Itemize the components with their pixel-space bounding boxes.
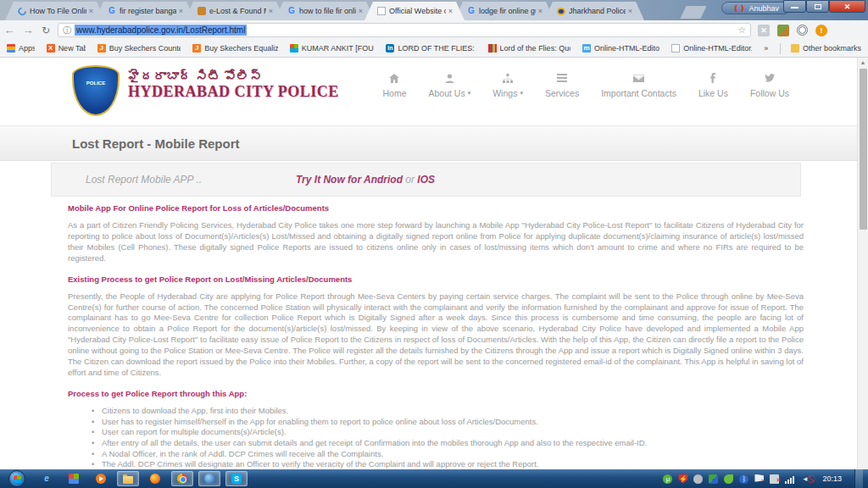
- taskbar-explorer-button[interactable]: [117, 471, 139, 486]
- bluetooth-icon[interactable]: ᛒ: [739, 474, 748, 484]
- facebook-icon: [709, 73, 716, 83]
- list-item: User can report for multiple documents(s…: [92, 427, 804, 438]
- extension-area: ✕ !: [758, 25, 836, 36]
- volume-muted-icon[interactable]: ◄: [800, 474, 810, 484]
- taskbar-chrome-button[interactable]: [171, 471, 193, 486]
- extension-x-icon[interactable]: ✕: [758, 25, 770, 36]
- forward-icon[interactable]: →: [19, 24, 37, 36]
- bookmark-kumar-ankit[interactable]: KUMAR ANKIT [FOUN: [290, 44, 375, 53]
- internet-explorer-icon: e: [42, 474, 52, 484]
- nav-home[interactable]: Home: [382, 73, 406, 98]
- tab-lodge-fir[interactable]: G lodge fir online gu ×: [454, 2, 554, 20]
- leaf-tray-icon[interactable]: [724, 474, 733, 484]
- taskbar-ie-button[interactable]: e: [36, 471, 58, 486]
- tab-close-icon[interactable]: ×: [86, 7, 93, 15]
- x-favicon-icon: X: [47, 44, 55, 53]
- address-bar[interactable]: ⓘ www.hyderabadpolice.gov.in/LostReport.…: [58, 23, 751, 37]
- back-icon[interactable]: ←: [0, 24, 19, 36]
- google-favicon-icon: G: [287, 7, 296, 15]
- telugu-site-title: హైదరాబాద్ సిటీ పోలీస్: [128, 69, 339, 83]
- tab-how-to-file[interactable]: How To File Onlin ×: [5, 2, 105, 20]
- tab-official-website-active[interactable]: Official Website of ×: [364, 2, 465, 20]
- bookmark-lord-flies-1[interactable]: inLORD OF THE FLIES: A: [386, 44, 476, 53]
- bookmarks-overflow-chevron[interactable]: »: [764, 44, 768, 53]
- nav-services[interactable]: Services: [545, 73, 579, 98]
- nav-follow-us[interactable]: Follow Us: [750, 73, 789, 98]
- blue-app-icon: [204, 474, 214, 484]
- tab-close-icon[interactable]: ×: [356, 7, 363, 15]
- police-favicon-icon: [557, 8, 565, 15]
- section-heading-existing-process: Existing Process to get Police Report on…: [68, 274, 804, 284]
- tab-close-icon[interactable]: ×: [626, 7, 632, 15]
- nav-like-us[interactable]: Like Us: [698, 73, 728, 98]
- taskbar-clock[interactable]: 20:13: [815, 474, 849, 483]
- page-favicon-icon: [377, 7, 386, 15]
- url-text-selected[interactable]: www.hyderabadpolice.gov.in/LostReport.ht…: [75, 25, 247, 36]
- taskbar-media-button[interactable]: [90, 471, 112, 486]
- utorrent-tray-icon[interactable]: µ: [663, 474, 672, 484]
- google-favicon-icon: G: [467, 7, 476, 15]
- taskbar-firefox-button[interactable]: [144, 471, 166, 486]
- tab-fir-register[interactable]: G fir register bangal ×: [95, 2, 195, 20]
- extension-swirl-icon[interactable]: [797, 25, 808, 36]
- new-tab-button[interactable]: [681, 6, 707, 19]
- bookmark-star-icon[interactable]: ☆: [737, 25, 746, 36]
- scrollbar-thumb[interactable]: [860, 69, 867, 230]
- scroll-up-icon[interactable]: ▲: [858, 58, 868, 68]
- page-content: Mobile App For Online Police Report for …: [68, 203, 804, 469]
- site-logo[interactable]: POLICE హైదరాబాద్ సిటీ పోలీస్ HYDERABAD C…: [72, 65, 339, 116]
- tab-title: e-Lost & Found R: [209, 7, 266, 15]
- reload-icon[interactable]: ↻: [37, 25, 54, 36]
- extension-color-icon[interactable]: [777, 25, 789, 36]
- tab-close-icon[interactable]: ×: [536, 7, 542, 15]
- j-favicon-icon: J: [192, 44, 201, 53]
- site-name: HYDERABAD CITY POLICE: [128, 83, 339, 101]
- page-scrollbar[interactable]: ▲: [857, 58, 868, 469]
- nav-about-us[interactable]: About Us▾: [428, 73, 470, 98]
- bookmark-html-editor-1[interactable]: mOnline-HTML-Editor:: [582, 44, 659, 53]
- menu-update-alert-icon[interactable]: !: [815, 25, 827, 36]
- antivirus-shield-icon[interactable]: ⚡: [678, 474, 687, 484]
- tab-jharkhand-police[interactable]: Jharkhand Police ×: [544, 2, 644, 20]
- tab-close-icon[interactable]: ×: [176, 7, 183, 15]
- minimize-button[interactable]: [783, 0, 806, 13]
- taskbar-app-grid-button[interactable]: [63, 471, 85, 486]
- action-center-flag-icon[interactable]: [754, 474, 764, 484]
- taskbar-skype-button[interactable]: S: [225, 471, 248, 486]
- bookmark-lord-flies-2[interactable]: Lord of the Flies: Quot: [488, 44, 570, 53]
- show-desktop-button[interactable]: [854, 469, 863, 488]
- try-android-link[interactable]: Try It Now for Andriod: [296, 174, 403, 186]
- nav-important-contacts[interactable]: Important Contacts: [601, 73, 676, 98]
- profile-button[interactable]: ❪❫ Anubhav: [721, 2, 790, 14]
- tab-close-icon[interactable]: ×: [266, 7, 273, 15]
- tab-close-icon[interactable]: ×: [446, 7, 453, 15]
- bookmark-skechers-equalize[interactable]: JBuy Skechers Equalize: [192, 44, 278, 53]
- tab-how-to-file-fir[interactable]: G how to file fir onli ×: [275, 2, 375, 20]
- profile-avatar-icon: ❪❫: [732, 4, 745, 13]
- bookmark-new-tab[interactable]: XNew Tab: [47, 44, 86, 53]
- nav-wings[interactable]: Wings▾: [492, 73, 523, 98]
- start-button[interactable]: [8, 470, 25, 487]
- info-icon[interactable]: ⓘ: [63, 25, 71, 36]
- tab-title: fir register bangal: [120, 7, 176, 15]
- app-banner: Lost Report Mobile APP .. Try It Now for…: [51, 163, 801, 197]
- bookmark-html-editor-2[interactable]: Online-HTML-Editor.c: [671, 44, 752, 53]
- j-favicon-icon: J: [97, 44, 106, 53]
- bookmark-skechers-counter[interactable]: JBuy Skechers Counter: [97, 44, 181, 53]
- restore-button[interactable]: [806, 0, 829, 13]
- wifi-tray-icon[interactable]: [693, 474, 703, 484]
- bookmark-apps[interactable]: Apps: [7, 44, 35, 53]
- ms-grid-favicon-icon: [290, 44, 298, 53]
- ios-link[interactable]: IOS: [417, 174, 435, 186]
- window-controls: ✕: [783, 0, 865, 13]
- close-button[interactable]: ✕: [829, 0, 865, 13]
- idm-tray-icon[interactable]: [709, 474, 718, 484]
- signal-bars-icon[interactable]: [785, 474, 794, 484]
- chrome-icon: [177, 474, 187, 484]
- network-disconnected-icon[interactable]: [770, 474, 779, 484]
- tab-elost-found[interactable]: e-Lost & Found R ×: [185, 2, 285, 20]
- taskbar-blue-app-button[interactable]: [198, 471, 220, 486]
- other-bookmarks-button[interactable]: Other bookmarks: [791, 44, 861, 53]
- tab-title: How To File Onlin: [30, 7, 86, 15]
- banner-text: Lost Report Mobile APP ..: [86, 174, 202, 186]
